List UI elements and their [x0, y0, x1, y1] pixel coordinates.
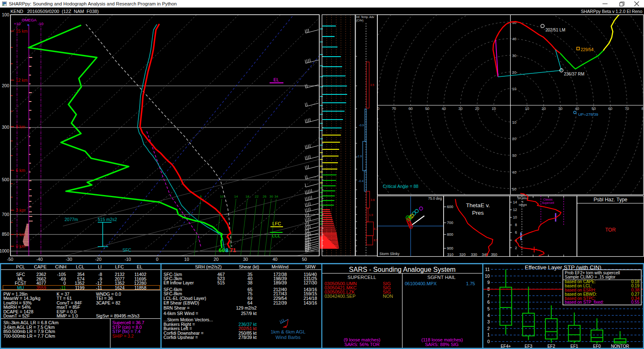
svg-text:SR Wind: SR Wind	[517, 197, 528, 200]
svg-text:75.0 deg: 75.0 deg	[428, 196, 442, 201]
svg-text:700-500mb LR = 7.7 C/km: 700-500mb LR = 7.7 C/km	[3, 333, 55, 339]
svg-text:3559: 3559	[36, 285, 47, 290]
svg-text:40: 40	[512, 37, 516, 41]
svg-text:3 km: 3 km	[16, 208, 26, 213]
svg-text:1199: 1199	[75, 285, 85, 290]
svg-text:0: 0	[487, 339, 490, 344]
svg-text:SGFNT HAIL: SGFNT HAIL	[427, 275, 456, 280]
svg-text:100: 100	[2, 12, 9, 17]
svg-text:4: 4	[487, 313, 490, 318]
svg-text:278/39 kt: 278/39 kt	[239, 335, 257, 340]
svg-text:14: 14	[234, 195, 238, 198]
svg-text:20: 20	[475, 107, 479, 111]
svg-text:-10: -10	[38, 21, 44, 26]
svg-text:12: 12	[513, 208, 517, 212]
svg-text:-50: -50	[7, 257, 13, 262]
svg-text:v.: v.	[522, 200, 524, 203]
svg-text:212/39: 212/39	[273, 300, 287, 305]
svg-text:4-6km SR Wind =: 4-6km SR Wind =	[164, 311, 198, 316]
svg-text:229/54: 229/54	[581, 47, 594, 52]
svg-text:SRW: SRW	[305, 264, 316, 269]
svg-text:-2.9: -2.9	[357, 155, 362, 158]
svg-text:9 km: 9 km	[16, 124, 26, 129]
svg-text:Eff Shear (EBWD): Eff Shear (EBWD)	[164, 300, 199, 305]
svg-text:-0.9: -0.9	[359, 124, 364, 127]
svg-text:LFC: LFC	[273, 221, 281, 226]
svg-text:based on STP_fixed:: based on STP_fixed:	[565, 300, 604, 305]
svg-text:3CAPE = 82: 3CAPE = 82	[96, 300, 120, 305]
svg-text:3.5: 3.5	[370, 83, 374, 86]
svg-text:DownT = 52F: DownT = 52F	[3, 313, 30, 318]
svg-text:257/9 kt: 257/9 kt	[241, 311, 257, 316]
svg-text:70: 70	[392, 107, 396, 111]
svg-text:40: 40	[442, 107, 446, 111]
svg-text:SHIP = 3.2: SHIP = 3.2	[112, 333, 134, 339]
svg-text:30: 30	[270, 195, 273, 198]
svg-text:Classic: Classic	[543, 198, 553, 201]
svg-text:Supercell: Supercell	[542, 201, 554, 205]
svg-text:Psbl Haz. Type: Psbl Haz. Type	[594, 197, 628, 203]
svg-text:6 km: 6 km	[16, 168, 26, 173]
svg-text:PCL: PCL	[16, 264, 25, 269]
svg-text:SigSvr = 89495 m3/s3: SigSvr = 89495 m3/s3	[96, 313, 140, 318]
svg-text:MnWind: MnWind	[272, 264, 288, 269]
svg-text:330: 330	[471, 253, 477, 257]
svg-text:20: 20	[214, 257, 219, 262]
svg-text:14: 14	[513, 200, 517, 204]
svg-text:Inf. Temp. Adv: Inf. Temp. Adv	[356, 16, 375, 19]
svg-text:26: 26	[263, 195, 267, 198]
svg-text:10: 10	[492, 107, 496, 111]
svg-text:600: 600	[447, 205, 453, 209]
svg-text:60: 60	[408, 107, 413, 111]
svg-text:1624: 1624	[115, 285, 125, 290]
svg-text:320: 320	[459, 253, 465, 257]
svg-text:1km & 6km AGL: 1km & 6km AGL	[270, 329, 306, 334]
svg-text:Storm Slinky: Storm Slinky	[379, 252, 400, 256]
svg-text:50: 50	[425, 107, 429, 111]
svg-text:0.55: 0.55	[631, 300, 640, 305]
svg-text:EF2: EF2	[548, 344, 556, 349]
svg-text:300: 300	[2, 125, 9, 130]
svg-text:515 m2s2: 515 m2s2	[98, 217, 117, 222]
svg-text:515: 515	[217, 280, 225, 285]
svg-text:10: 10	[485, 273, 490, 279]
svg-text:CAPE: CAPE	[34, 264, 47, 269]
svg-text:EL: EL	[137, 264, 142, 269]
svg-text:SRH (m2/s2): SRH (m2/s2)	[195, 264, 222, 269]
svg-text:5: 5	[487, 306, 490, 311]
svg-text:Eff Inflow Layer: Eff Inflow Layer	[164, 280, 194, 285]
svg-text:500: 500	[2, 177, 9, 182]
svg-text:-20: -20	[95, 257, 101, 262]
svg-text:EF1: EF1	[571, 344, 579, 349]
svg-text:20: 20	[512, 70, 516, 75]
svg-text:38: 38	[247, 280, 252, 285]
svg-text:310: 310	[447, 253, 453, 257]
svg-text:66: 66	[218, 247, 225, 253]
svg-text:-30: -30	[66, 257, 72, 262]
svg-text:0: 0	[156, 257, 158, 262]
svg-text:Pres: Pres	[472, 210, 484, 216]
svg-text:40: 40	[512, 170, 516, 174]
svg-text:40: 40	[273, 257, 278, 262]
svg-text:10: 10	[525, 107, 529, 111]
svg-text:Wind Barbs: Wind Barbs	[275, 335, 301, 340]
svg-text:50: 50	[512, 21, 516, 25]
svg-text:MU: MU	[17, 285, 24, 290]
svg-text:236/37 RM: 236/37 RM	[564, 72, 584, 76]
svg-text:UP=278/39: UP=278/39	[578, 112, 598, 117]
svg-text:7: 7	[487, 293, 490, 298]
svg-text:0 km: 0 km	[16, 244, 26, 249]
svg-text:11: 11	[485, 267, 490, 272]
svg-text:10: 10	[512, 87, 516, 91]
svg-text:-0.4: -0.4	[358, 180, 364, 182]
svg-text:202/51 LM: 202/51 LM	[545, 28, 565, 32]
svg-text:EF0: EF0	[593, 344, 601, 349]
svg-text:SHARPpy: Sounding and Hodograp: SHARPpy: Sounding and Hodograph Analysis…	[9, 1, 177, 6]
svg-text:30: 30	[558, 107, 562, 111]
svg-text:10: 10	[220, 195, 224, 198]
svg-text:3.6: 3.6	[371, 198, 375, 201]
svg-text:1: 1	[487, 332, 490, 337]
svg-text:8: 8	[515, 223, 517, 227]
svg-text:Prob EF2+ torn with supercell: Prob EF2+ torn with supercell	[565, 271, 620, 275]
svg-text:Critical Angle = 88: Critical Angle = 88	[383, 184, 418, 189]
